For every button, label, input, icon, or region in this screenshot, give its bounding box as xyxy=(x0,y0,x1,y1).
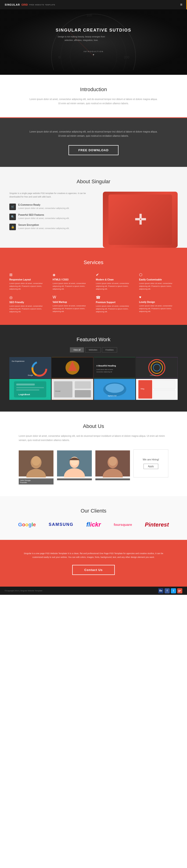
hero-content: SINGULAR CREATIVE SUTDIOS Design is not … xyxy=(56,28,131,42)
bottom-bar: ©Copyright 2014 | Singular Website Templ… xyxy=(0,587,187,595)
svg-rect-41 xyxy=(138,380,152,399)
seo-icon: 🔍 xyxy=(9,214,16,220)
encryption-icon: 🔒 xyxy=(9,224,16,230)
member-role-1: Founder xyxy=(20,482,52,484)
about-left: Singular is a single page website PSD te… xyxy=(9,192,103,234)
featured-section: Featured Work View all Websites Freebies… xyxy=(0,325,187,411)
portfolio-item-1[interactable]: Our Experience Google xyxy=(9,357,51,378)
svg-text:A Beautiful Heading: A Beautiful Heading xyxy=(96,365,116,367)
feature-ecommerce-name: E-Commerce Ready xyxy=(18,204,69,206)
hiring-box: We are Hiring! Apply xyxy=(133,450,168,477)
services-grid: ⊞ Responsive Layout Lorem ipsum dolor si… xyxy=(9,273,178,313)
copyright: ©Copyright 2014 | Singular Website Templ… xyxy=(5,590,42,592)
service-support: ☎ Premium Support Lorem ipsum dolor sit … xyxy=(96,295,134,313)
facebook-icon[interactable]: f xyxy=(164,588,170,593)
svg-text:Mag: Mag xyxy=(141,388,144,390)
feature-seo-name: Powerful SEO Features xyxy=(18,214,69,216)
feature-encryption-name: Secure Encryption xyxy=(18,224,69,226)
svg-rect-49 xyxy=(32,466,40,467)
logo-foursquare: foursquare xyxy=(114,523,132,527)
ecommerce-icon: 🛒 xyxy=(9,204,16,210)
svg-rect-16 xyxy=(94,358,135,378)
svg-text:0: 0 xyxy=(58,55,60,59)
team-label-1: John Disuga Founder xyxy=(19,478,54,485)
portfolio-item-6[interactable]: House xyxy=(52,379,93,400)
social-icons: Be f t g+ xyxy=(158,588,182,593)
service-modern-desc: Lorem ipsum dolor sit amet, consectetur … xyxy=(96,282,134,290)
feature-ecommerce-desc: Lorem ipsum dolor sit amet, consectetur … xyxy=(18,207,69,210)
tablet-plus-icon: ✛ xyxy=(134,212,146,228)
about-us-text: Lorem ipsum dolor sit amet, consectetur … xyxy=(19,434,168,442)
service-responsive: ⊞ Responsive Layout Lorem ipsum dolor si… xyxy=(9,273,48,290)
markup-icon: W xyxy=(53,295,91,299)
googleplus-icon[interactable]: g+ xyxy=(177,588,182,593)
services-title: Services xyxy=(9,259,178,266)
member-name-1: John Disuga xyxy=(20,479,52,482)
svg-rect-34 xyxy=(75,390,91,398)
svg-rect-27 xyxy=(17,383,35,385)
service-lovely: ♥ Lovely Design Lorem ipsum dolor sit am… xyxy=(139,295,178,313)
service-support-name: Premium Support xyxy=(96,301,134,304)
svg-rect-42 xyxy=(153,380,175,389)
portfolio-item-4[interactable]: Colorful xyxy=(136,357,178,378)
service-seo-desc: Lorem ipsum dolor sit amet, consectetur … xyxy=(9,305,48,313)
about-us-section: About Us Lorem ipsum dolor sit amet, con… xyxy=(0,411,187,496)
contact-button[interactable]: Contact Us xyxy=(72,565,115,575)
portfolio-item-7[interactable]: Sphere Art xyxy=(94,379,135,400)
intro-section: Introduction Lorem ipsum dolor sit amet,… xyxy=(0,75,187,117)
logo-text: SINGULAR xyxy=(5,3,20,6)
svg-text:LogicBoot: LogicBoot xyxy=(19,393,30,396)
portfolio-item-2[interactable] xyxy=(52,357,93,378)
svg-text:200: 200 xyxy=(124,55,129,59)
svg-rect-43 xyxy=(153,390,175,399)
svg-rect-33 xyxy=(75,381,91,389)
svg-text:consectetur adipiscing elit: consectetur adipiscing elit xyxy=(96,371,112,373)
lovely-icon: ♥ xyxy=(139,295,178,299)
portfolio-item-3[interactable]: A Beautiful Heading Lorem ipsum dolor si… xyxy=(94,357,135,378)
service-html5-name: HTML5 / CSS3 xyxy=(53,278,91,281)
tablet-image: ✛ xyxy=(103,192,178,248)
filter-all[interactable]: View all xyxy=(70,347,84,352)
filter-freebies[interactable]: Freebies xyxy=(102,347,117,352)
clients-section: Our Clients Google SAMSUNG flickr foursq… xyxy=(0,496,187,540)
hamburger-menu[interactable]: ≡ xyxy=(180,3,182,7)
apply-button[interactable]: Apply xyxy=(144,464,158,469)
hero-subtitle: Design is not making beauty, beauty emer… xyxy=(56,35,107,42)
svg-text:House: House xyxy=(55,390,61,392)
feature-ecommerce: 🛒 E-Commerce Ready Lorem ipsum dolor sit… xyxy=(9,204,96,210)
behance-icon[interactable]: Be xyxy=(158,588,163,593)
about-us-title: About Us xyxy=(19,423,168,429)
service-modern-name: Modern & Clean xyxy=(96,278,134,281)
twitter-icon[interactable]: t xyxy=(171,588,176,593)
filter-websites[interactable]: Websites xyxy=(85,347,101,352)
logo-sub: FREE WEBSITE TEMPLATE xyxy=(29,4,55,6)
about-singular-inner: Singular is a single page website PSD te… xyxy=(0,192,187,248)
feature-encryption-text: Secure Encryption Lorem ipsum dolor sit … xyxy=(18,224,69,230)
svg-text:100: 100 xyxy=(87,13,92,17)
service-markup: W Valid Markup Lorem ipsum dolor sit ame… xyxy=(53,295,91,313)
svg-point-57 xyxy=(108,457,117,466)
responsive-icon: ⊞ xyxy=(9,273,48,277)
hero-nav[interactable]: INTRODUCTION ▾ xyxy=(84,49,103,56)
services-section: Services ⊞ Responsive Layout Lorem ipsum… xyxy=(0,248,187,325)
feature-encryption-desc: Lorem ipsum dolor sit amet, consectetur … xyxy=(18,227,69,230)
clients-logos: Google SAMSUNG flickr foursquare Pintere… xyxy=(14,521,173,528)
service-responsive-name: Responsive Layout xyxy=(9,278,48,281)
service-responsive-desc: Lorem ipsum dolor sit amet, consectetur … xyxy=(9,282,48,290)
service-html5-desc: Lorem ipsum dolor sit amet, consectetur … xyxy=(53,282,91,290)
tablet-screen: ✛ xyxy=(108,194,172,245)
svg-rect-32 xyxy=(54,381,72,397)
svg-point-38 xyxy=(105,383,124,393)
logo-google: Google xyxy=(18,522,36,528)
team-member-1: John Disuga Founder xyxy=(19,450,54,485)
portfolio-item-8[interactable]: Mag xyxy=(136,379,178,400)
intro-text: Lorem ipsum dolor sit amet, consectetur … xyxy=(28,97,159,106)
service-modern: ✔ Modern & Clean Lorem ipsum dolor sit a… xyxy=(96,273,134,290)
download-button[interactable]: Free Download xyxy=(68,145,118,155)
feature-seo: 🔍 Powerful SEO Features Lorem ipsum dolo… xyxy=(9,214,96,220)
portfolio-item-5[interactable]: LogicBoot xyxy=(9,379,51,400)
svg-text:Google: Google xyxy=(28,374,33,376)
about-singular-section: About Singular Singular is a single page… xyxy=(0,167,187,248)
service-markup-name: Valid Markup xyxy=(53,301,91,303)
svg-rect-28 xyxy=(17,387,44,388)
